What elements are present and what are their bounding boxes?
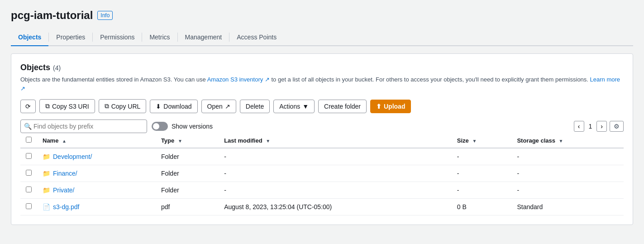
copy-icon-1: ⧉ — [45, 102, 50, 110]
row-type-cell: Folder — [156, 182, 219, 199]
row-name-link[interactable]: Development/ — [53, 153, 92, 160]
upload-button[interactable]: ⬆ Upload — [370, 100, 411, 113]
row-checkbox[interactable] — [26, 170, 32, 176]
show-versions-toggle[interactable] — [152, 122, 168, 131]
row-size-cell: - — [452, 182, 512, 199]
sort-desc-icon-type: ▼ — [178, 139, 182, 144]
table-row: 📁Finance/Folder--- — [20, 165, 624, 182]
objects-table: Name ▲ Type ▼ Last modified ▼ Size ▼ — [20, 133, 624, 215]
refresh-button[interactable]: ⟳ — [20, 100, 36, 113]
search-input-wrap: 🔍 — [20, 120, 147, 133]
create-folder-button[interactable]: Create folder — [318, 100, 367, 113]
tab-access-points[interactable]: Access Points — [229, 29, 284, 46]
row-checkbox[interactable] — [26, 203, 32, 209]
page-number: 1 — [587, 123, 594, 130]
row-type-cell: Folder — [156, 165, 219, 182]
col-name[interactable]: Name ▲ — [37, 133, 156, 148]
actions-button[interactable]: Actions ▼ — [273, 100, 315, 113]
tab-management[interactable]: Management — [178, 29, 229, 46]
panel-description: Objects are the fundamental entities sto… — [20, 75, 624, 93]
row-name-link[interactable]: Finance/ — [53, 170, 77, 177]
row-storage-class-cell: - — [511, 165, 624, 182]
row-name-cell: 📁Finance/ — [37, 165, 156, 182]
row-checkbox-cell — [20, 182, 37, 199]
s3-inventory-link[interactable]: Amazon S3 inventory ↗ — [207, 76, 270, 83]
download-icon: ⬇ — [156, 103, 161, 110]
search-input[interactable] — [20, 120, 147, 133]
select-all-col — [20, 133, 37, 148]
toolbar: ⟳ ⧉ Copy S3 URI ⧉ Copy URL ⬇ Download Op… — [20, 99, 624, 113]
row-checkbox[interactable] — [26, 153, 32, 159]
row-last-modified-cell: August 8, 2023, 13:25:04 (UTC-05:00) — [219, 199, 452, 215]
panel-count: (4) — [53, 64, 61, 72]
col-storage-class[interactable]: Storage class ▼ — [511, 133, 624, 148]
table-row: 📁Development/Folder--- — [20, 148, 624, 165]
info-badge[interactable]: Info — [97, 11, 113, 20]
copy-icon-2: ⧉ — [105, 102, 109, 110]
chevron-down-icon: ▼ — [302, 103, 309, 110]
tab-properties[interactable]: Properties — [49, 29, 92, 46]
tabs-row: Objects Properties Permissions Metrics M… — [11, 29, 633, 46]
refresh-icon: ⟳ — [25, 103, 31, 110]
delete-button[interactable]: Delete — [240, 100, 270, 113]
tab-permissions[interactable]: Permissions — [93, 29, 142, 46]
sort-desc-icon-storage: ▼ — [559, 139, 563, 144]
tab-objects[interactable]: Objects — [11, 29, 48, 46]
open-button[interactable]: Open ↗ — [201, 100, 236, 113]
row-size-cell: - — [452, 165, 512, 182]
sort-desc-icon-modified: ▼ — [266, 139, 270, 144]
search-icon: 🔍 — [24, 123, 32, 130]
row-checkbox-cell — [20, 165, 37, 182]
row-storage-class-cell: - — [511, 182, 624, 199]
sort-asc-icon: ▲ — [62, 139, 67, 144]
row-checkbox-cell — [20, 199, 37, 215]
col-last-modified[interactable]: Last modified ▼ — [219, 133, 452, 148]
row-checkbox-cell — [20, 148, 37, 165]
open-icon: ↗ — [225, 103, 230, 110]
folder-icon: 📁 — [43, 187, 50, 194]
table-row: 📄s3-dg.pdfpdfAugust 8, 2023, 13:25:04 (U… — [20, 199, 624, 215]
file-icon: 📄 — [43, 203, 50, 211]
table-row: 📁Private/Folder--- — [20, 182, 624, 199]
panel-title: Objects — [20, 63, 50, 72]
row-name-cell: 📁Development/ — [37, 148, 156, 165]
search-filter-row: 🔍 Show versions ‹ 1 › ⚙ — [20, 120, 624, 133]
sort-desc-icon-size: ▼ — [472, 139, 477, 144]
copy-url-button[interactable]: ⧉ Copy URL — [99, 99, 147, 113]
row-storage-class-cell: - — [511, 148, 624, 165]
col-size[interactable]: Size ▼ — [452, 133, 512, 148]
row-name-cell: 📄s3-dg.pdf — [37, 199, 156, 215]
show-versions-toggle-row: Show versions — [152, 122, 213, 131]
row-size-cell: 0 B — [452, 199, 512, 215]
row-name-cell: 📁Private/ — [37, 182, 156, 199]
tab-metrics[interactable]: Metrics — [142, 29, 177, 46]
row-last-modified-cell: - — [219, 148, 452, 165]
folder-icon: 📁 — [43, 153, 50, 160]
row-last-modified-cell: - — [219, 182, 452, 199]
row-last-modified-cell: - — [219, 165, 452, 182]
bucket-title: pcg-iam-tutorial — [11, 9, 93, 22]
select-all-checkbox[interactable] — [26, 137, 32, 143]
pagination-row: ‹ 1 › ⚙ — [574, 121, 624, 132]
row-size-cell: - — [452, 148, 512, 165]
folder-icon: 📁 — [43, 170, 50, 177]
row-type-cell: pdf — [156, 199, 219, 215]
pagination-next[interactable]: › — [596, 121, 607, 132]
show-versions-label: Show versions — [172, 123, 213, 130]
row-type-cell: Folder — [156, 148, 219, 165]
pagination-prev[interactable]: ‹ — [574, 121, 584, 132]
row-storage-class-cell: Standard — [511, 199, 624, 215]
main-panel: Objects (4) Objects are the fundamental … — [11, 53, 633, 225]
upload-icon: ⬆ — [376, 103, 382, 110]
row-name-link[interactable]: s3-dg.pdf — [53, 203, 79, 211]
column-settings-button[interactable]: ⚙ — [610, 121, 624, 132]
row-name-link[interactable]: Private/ — [53, 187, 74, 194]
download-button[interactable]: ⬇ Download — [150, 100, 197, 113]
panel-header: Objects (4) — [20, 63, 624, 72]
copy-s3-uri-button[interactable]: ⧉ Copy S3 URI — [39, 99, 95, 113]
col-type[interactable]: Type ▼ — [156, 133, 219, 148]
row-checkbox[interactable] — [26, 187, 32, 192]
